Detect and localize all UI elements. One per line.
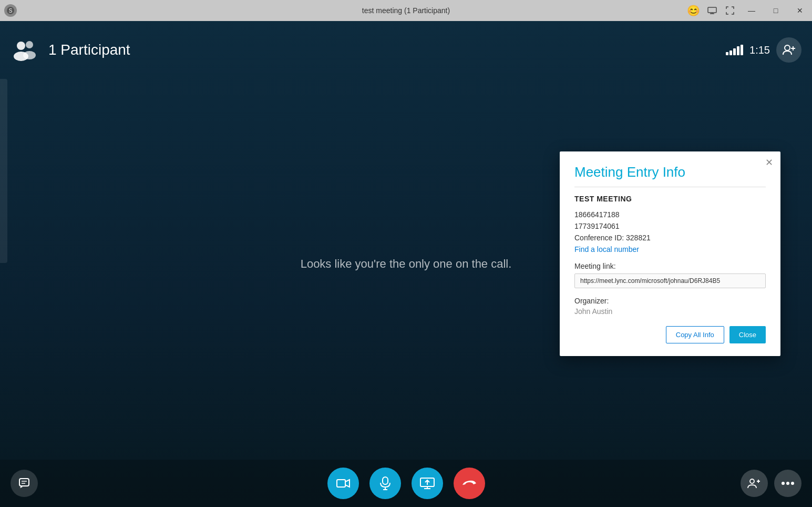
meeting-entry-info-modal: ✕ Meeting Entry Info TEST MEETING 186664… bbox=[560, 151, 780, 356]
svg-point-23 bbox=[750, 479, 754, 483]
screen-share-icon[interactable] bbox=[704, 2, 721, 19]
top-bar: 1 Participant 1:15 bbox=[0, 21, 812, 79]
svg-rect-12 bbox=[19, 479, 29, 486]
participants-icon bbox=[11, 35, 40, 65]
phone-number-2: 17739174061 bbox=[574, 222, 766, 230]
organizer-label: Organizer: bbox=[574, 297, 766, 305]
svg-point-9 bbox=[785, 45, 790, 50]
svg-point-28 bbox=[791, 482, 794, 485]
meeting-link-url: https://meet.lync.com/microsoft/johnau/D… bbox=[574, 273, 766, 288]
svg-rect-15 bbox=[337, 480, 345, 487]
close-button[interactable]: ✕ bbox=[788, 0, 812, 21]
svg-rect-2 bbox=[708, 7, 716, 13]
phone-number-1: 18666417188 bbox=[574, 210, 766, 219]
app-icon: S bbox=[4, 4, 17, 17]
modal-divider bbox=[574, 187, 766, 187]
svg-point-5 bbox=[17, 42, 25, 50]
main-area: 1 Participant 1:15 Looks like you'r bbox=[0, 21, 812, 507]
chat-button[interactable] bbox=[11, 470, 38, 497]
find-local-number-link[interactable]: Find a local number bbox=[574, 245, 766, 254]
signal-bars bbox=[726, 45, 743, 55]
meeting-name: TEST MEETING bbox=[574, 195, 766, 203]
organizer-name: John Austin bbox=[574, 307, 766, 316]
modal-footer: Copy All Info Close bbox=[574, 326, 766, 343]
title-bar-title: test meeting (1 Participant) bbox=[362, 6, 450, 15]
participant-section: 1 Participant bbox=[11, 35, 130, 65]
emoji-status-button[interactable]: 😊 bbox=[685, 2, 702, 19]
bottom-bar bbox=[0, 460, 812, 507]
mic-button[interactable] bbox=[369, 468, 401, 499]
modal-close-btn-blue[interactable]: Close bbox=[729, 326, 766, 343]
bottom-right bbox=[741, 470, 801, 497]
video-button[interactable] bbox=[327, 468, 359, 499]
svg-rect-16 bbox=[383, 477, 388, 484]
left-panel-strip bbox=[0, 79, 7, 263]
fullscreen-icon[interactable] bbox=[722, 2, 738, 19]
restore-button[interactable]: □ bbox=[764, 0, 788, 21]
minimize-button[interactable]: — bbox=[739, 0, 764, 21]
title-bar-controls: 😊 — □ ✕ bbox=[685, 0, 812, 21]
meeting-link-label: Meeting link: bbox=[574, 262, 766, 270]
copy-all-info-button[interactable]: Copy All Info bbox=[666, 326, 724, 343]
hangup-button[interactable] bbox=[454, 468, 485, 499]
modal-title: Meeting Entry Info bbox=[574, 164, 766, 180]
participant-count: 1 Participant bbox=[48, 42, 130, 58]
svg-point-26 bbox=[782, 482, 785, 485]
center-message: Looks like you're the only one on the ca… bbox=[301, 257, 512, 271]
title-bar-app-icon: S bbox=[4, 4, 17, 17]
conference-id: Conference ID: 328821 bbox=[574, 234, 766, 242]
call-timer: 1:15 bbox=[749, 44, 770, 56]
add-participant-button[interactable] bbox=[776, 37, 801, 63]
svg-text:S: S bbox=[9, 8, 13, 14]
top-bar-right: 1:15 bbox=[726, 37, 801, 63]
bottom-left bbox=[11, 470, 38, 497]
screen-share-button[interactable] bbox=[412, 468, 443, 499]
svg-point-27 bbox=[786, 482, 789, 485]
manage-participants-button[interactable] bbox=[741, 470, 768, 497]
svg-point-8 bbox=[23, 51, 36, 59]
more-options-button[interactable] bbox=[774, 470, 801, 497]
title-bar: S test meeting (1 Participant) 😊 — □ ✕ bbox=[0, 0, 812, 21]
modal-close-button[interactable]: ✕ bbox=[765, 158, 773, 167]
svg-point-7 bbox=[26, 41, 33, 48]
